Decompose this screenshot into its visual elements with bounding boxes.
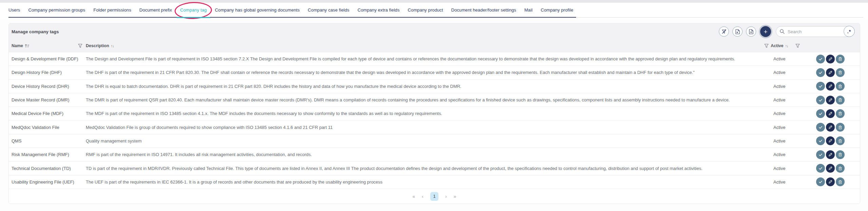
tag-name: Technical Documentation (TD) bbox=[12, 166, 86, 171]
tab-item[interactable]: Users bbox=[8, 7, 20, 13]
edit-button[interactable] bbox=[826, 177, 835, 186]
tab-bar: Users Company permission groups Folder p… bbox=[8, 3, 576, 18]
activate-button[interactable] bbox=[816, 55, 825, 63]
trash-icon bbox=[838, 152, 842, 157]
tag-name: Design & Development File (DDF) bbox=[12, 56, 86, 61]
trash-icon bbox=[838, 139, 842, 143]
settings-tab-bar: Users Company permission groups Folder p… bbox=[0, 3, 868, 20]
activate-button[interactable] bbox=[816, 68, 825, 77]
tab-item[interactable]: Company tag bbox=[180, 7, 206, 13]
delete-button[interactable] bbox=[836, 123, 845, 132]
tab-label: Company extra fields bbox=[357, 7, 399, 13]
filter-icon bbox=[764, 44, 769, 48]
sort-updown-icon[interactable]: ↑↓ bbox=[111, 44, 114, 48]
table-body: Design & Development File (DDF) The Desi… bbox=[9, 52, 860, 189]
pencil-icon bbox=[828, 139, 832, 143]
delete-button[interactable] bbox=[836, 177, 845, 186]
tab-item[interactable]: Company case fields bbox=[308, 7, 350, 13]
tab-item[interactable]: Company product bbox=[408, 7, 443, 13]
prev-page-button[interactable]: ‹ bbox=[422, 194, 423, 199]
last-page-button[interactable]: » bbox=[454, 194, 456, 199]
table-row: Design & Development File (DDF) The Desi… bbox=[9, 52, 860, 65]
status-badge: Active bbox=[771, 138, 805, 143]
tab-label: Document prefix bbox=[139, 7, 172, 13]
name-header-label[interactable]: Name bbox=[12, 43, 23, 48]
add-tag-button[interactable]: + bbox=[760, 26, 771, 37]
edit-button[interactable] bbox=[826, 82, 835, 91]
sort-updown-icon[interactable]: ↑↓ bbox=[785, 44, 788, 48]
edit-button[interactable] bbox=[826, 96, 835, 104]
search-input[interactable] bbox=[776, 26, 854, 37]
tab-item[interactable]: Company has global governing documents bbox=[215, 7, 300, 13]
tag-name: Design History File (DHF) bbox=[12, 70, 86, 75]
edit-button[interactable] bbox=[826, 150, 835, 159]
sort-ascending-icon[interactable] bbox=[25, 44, 29, 48]
edit-button[interactable] bbox=[826, 109, 835, 118]
tag-name: Device History Record (DHR) bbox=[12, 84, 86, 89]
edit-button[interactable] bbox=[826, 136, 835, 145]
activate-button[interactable] bbox=[816, 164, 825, 173]
tab-item[interactable]: Company extra fields bbox=[357, 7, 399, 13]
activate-button[interactable] bbox=[816, 136, 825, 145]
edit-button[interactable] bbox=[826, 123, 835, 132]
status-badge: Active bbox=[771, 97, 805, 102]
pagination: « ‹ 1 › » bbox=[9, 189, 860, 204]
trash-icon bbox=[838, 125, 842, 130]
delete-button[interactable] bbox=[836, 150, 845, 159]
export-file-button[interactable] bbox=[732, 26, 743, 37]
row-actions bbox=[805, 109, 845, 118]
next-page-button[interactable]: › bbox=[445, 194, 447, 199]
delete-button[interactable] bbox=[836, 136, 845, 145]
regex-search-button[interactable]: .* bbox=[844, 26, 855, 37]
tab-item[interactable]: Document header/footer settings bbox=[451, 7, 516, 13]
table-row: MedQdoc Validation File MedQdoc Validati… bbox=[9, 120, 860, 134]
delete-button[interactable] bbox=[836, 164, 845, 173]
status-badge: Active bbox=[771, 166, 805, 171]
first-page-button[interactable]: « bbox=[413, 194, 415, 199]
tab-item[interactable]: Company permission groups bbox=[28, 7, 85, 13]
name-filter-button[interactable] bbox=[78, 44, 82, 48]
activate-button[interactable] bbox=[816, 109, 825, 118]
activate-button[interactable] bbox=[816, 82, 825, 91]
tag-description: The Design and Development File is part … bbox=[86, 56, 771, 61]
delete-button[interactable] bbox=[836, 55, 845, 63]
tag-name: Device Master Record (DMR) bbox=[12, 97, 86, 102]
active-filter-button[interactable] bbox=[795, 44, 800, 48]
clear-filter-button[interactable] bbox=[719, 26, 729, 37]
tab-item[interactable]: Mail bbox=[524, 7, 532, 13]
activate-button[interactable] bbox=[816, 150, 825, 159]
pencil-icon bbox=[828, 112, 832, 116]
table-row: Risk Management File (RMF) RMF is part o… bbox=[9, 148, 860, 161]
table-row: QMS Quality management system Active bbox=[9, 134, 860, 148]
pencil-icon bbox=[828, 71, 832, 75]
tab-label: Company product bbox=[408, 7, 443, 13]
tab-item[interactable]: Folder permissions bbox=[93, 7, 131, 13]
activate-button[interactable] bbox=[816, 96, 825, 104]
delete-button[interactable] bbox=[836, 109, 845, 118]
activate-button[interactable] bbox=[816, 177, 825, 186]
status-badge: Active bbox=[771, 70, 805, 75]
tab-label: Users bbox=[8, 7, 20, 13]
delete-button[interactable] bbox=[836, 68, 845, 77]
current-page-badge[interactable]: 1 bbox=[430, 192, 438, 201]
delete-button[interactable] bbox=[836, 82, 845, 91]
activate-button[interactable] bbox=[816, 123, 825, 132]
trash-icon bbox=[838, 70, 842, 75]
tab-item[interactable]: Company profile bbox=[541, 7, 573, 13]
regex-icon: .* bbox=[847, 29, 851, 34]
pencil-icon bbox=[828, 98, 832, 102]
description-filter-button[interactable] bbox=[764, 44, 769, 48]
description-header-label[interactable]: Description bbox=[86, 43, 109, 48]
edit-button[interactable] bbox=[826, 68, 835, 77]
delete-button[interactable] bbox=[836, 96, 845, 104]
status-badge: Active bbox=[771, 152, 805, 157]
tab-item[interactable]: Document prefix bbox=[139, 7, 172, 13]
document-button[interactable] bbox=[746, 26, 756, 37]
table-row: Usability Engineering File (UEF) The UEF… bbox=[9, 175, 860, 189]
edit-button[interactable] bbox=[826, 55, 835, 63]
edit-button[interactable] bbox=[826, 164, 835, 173]
check-icon bbox=[818, 180, 823, 184]
active-header-label[interactable]: Active bbox=[771, 43, 784, 48]
check-icon bbox=[818, 84, 823, 88]
pencil-icon bbox=[828, 166, 832, 170]
